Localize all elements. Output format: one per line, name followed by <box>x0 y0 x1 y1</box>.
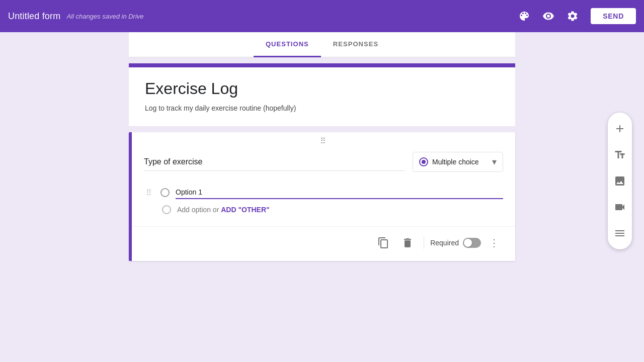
add-question-button[interactable] <box>608 117 632 141</box>
tabs-bar: QUESTIONS RESPONSES <box>129 32 515 57</box>
footer-divider <box>424 237 424 249</box>
copy-icon <box>377 237 389 249</box>
send-button[interactable]: SEND <box>591 8 636 24</box>
required-label: Required <box>430 239 459 247</box>
question-footer: Required ⋮ <box>132 226 515 261</box>
delete-button[interactable] <box>397 233 418 253</box>
add-option-text[interactable]: Add option or ADD "OTHER" <box>177 206 270 214</box>
add-title-button[interactable] <box>608 143 632 167</box>
add-image-button[interactable] <box>608 169 632 193</box>
required-toggle[interactable] <box>463 238 481 248</box>
plus-icon <box>614 123 626 135</box>
palette-button[interactable] <box>514 6 534 26</box>
trash-icon <box>401 237 414 249</box>
add-other-link[interactable]: ADD "OTHER" <box>221 206 270 214</box>
options-area: ⠿ Add option or ADD "OTHER" <box>144 184 503 222</box>
form-name: Exercise Log <box>145 79 499 98</box>
question-type-selector[interactable]: Multiple choice ▾ <box>413 152 503 172</box>
option-1-input[interactable] <box>176 186 503 199</box>
more-options-button[interactable]: ⋮ <box>485 234 503 252</box>
form-title: Untitled form <box>8 11 60 22</box>
add-video-button[interactable] <box>608 195 632 219</box>
type-label: Multiple choice <box>432 158 488 166</box>
add-section-button[interactable] <box>608 221 632 245</box>
gear-icon <box>567 10 579 22</box>
question-header: Multiple choice ▾ <box>144 152 503 172</box>
section-icon <box>614 227 626 239</box>
header-right: SEND <box>514 6 636 26</box>
video-icon <box>614 201 626 213</box>
save-status: All changes saved in Drive <box>66 13 143 20</box>
tab-responses[interactable]: RESPONSES <box>321 32 390 57</box>
radio-type-icon <box>419 157 428 166</box>
content-area: QUESTIONS RESPONSES Exercise Log Log to … <box>0 32 644 362</box>
option-drag-handle[interactable]: ⠿ <box>144 188 154 198</box>
add-option-radio <box>162 205 171 214</box>
chevron-down-icon: ▾ <box>492 156 497 167</box>
palette-icon <box>518 10 530 22</box>
app-header: Untitled form All changes saved in Drive… <box>0 0 644 32</box>
drag-handle: ⠿ <box>132 132 515 148</box>
question-title-input[interactable] <box>144 153 405 171</box>
add-option-row: Add option or ADD "OTHER" <box>162 201 503 218</box>
option-radio-1 <box>160 188 170 197</box>
question-body: Multiple choice ▾ ⠿ Add <box>132 148 515 222</box>
settings-button[interactable] <box>562 6 583 26</box>
form-container: QUESTIONS RESPONSES Exercise Log Log to … <box>129 32 515 362</box>
eye-icon <box>542 10 554 22</box>
text-icon <box>614 149 626 161</box>
preview-button[interactable] <box>538 6 558 26</box>
image-icon <box>614 175 626 187</box>
form-description: Log to track my daily exercise routine (… <box>145 104 499 112</box>
duplicate-button[interactable] <box>373 233 393 253</box>
question-card: ⠿ Multiple choice ▾ ⠿ <box>129 132 515 261</box>
option-row-1: ⠿ <box>144 184 503 201</box>
right-sidebar <box>608 113 632 249</box>
header-left: Untitled form All changes saved in Drive <box>8 11 514 22</box>
tab-questions[interactable]: QUESTIONS <box>254 32 321 57</box>
form-header-card: Exercise Log Log to track my daily exerc… <box>129 63 515 126</box>
